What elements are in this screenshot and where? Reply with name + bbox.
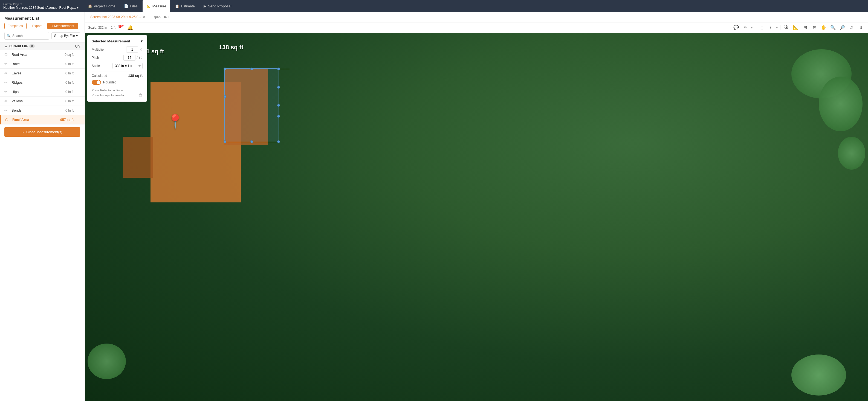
list-item[interactable]: ✏ Eaves 0 In ft ⋮ [0, 69, 85, 78]
pitch-label: Pitch [92, 56, 99, 60]
nav-tab-home[interactable]: 🏠 Project Home [84, 0, 119, 12]
nav-tab-measure[interactable]: 📐 Measure [143, 0, 170, 12]
pitch-input[interactable] [123, 55, 135, 61]
delete-icon[interactable]: 🗑 [138, 93, 143, 98]
nav-tab-proposal[interactable]: ▶ Send Proposal [200, 0, 235, 12]
handle-tl[interactable] [223, 68, 226, 70]
ridges-icon: ✏ [4, 80, 9, 85]
chevron-down-icon[interactable]: ▾ [751, 26, 753, 30]
tool-layers[interactable]: ⊟ [810, 24, 818, 31]
calculated-row: Calculated 138 sq ft [92, 74, 143, 78]
tool-print[interactable]: 🖨 [848, 24, 856, 31]
top-navigation: Current Project Heather Monroe, 1534 Sou… [0, 0, 868, 12]
open-file-button[interactable]: Open File + [149, 14, 173, 21]
list-item[interactable]: ✏ Valleys 0 In ft ⋮ [0, 97, 85, 106]
more-icon[interactable]: ⋮ [76, 98, 80, 104]
calculated-label: Calculated [92, 74, 107, 78]
roof-area-active-icon: ⬡ [5, 118, 10, 122]
search-icon: 🔍 [6, 34, 11, 38]
panel-title: Selected Measurement [92, 39, 130, 43]
main-layout: Measurement List Templates Export + Meas… [0, 12, 868, 401]
section-label: Current File [9, 44, 28, 48]
handle-bl[interactable] [223, 140, 226, 143]
more-icon[interactable]: ⋮ [76, 117, 80, 122]
toolbar-scale: Scale: 332 in = 1 ft 🚩 🔔 [88, 24, 134, 31]
tool-line[interactable]: / [767, 24, 774, 31]
vegetation [792, 355, 846, 396]
tool-image[interactable]: 🖼 [783, 24, 790, 31]
toggle-knob [97, 80, 100, 84]
more-icon[interactable]: ⋮ [76, 52, 80, 57]
multiplier-input[interactable] [126, 46, 138, 53]
left-panel: Measurement List Templates Export + Meas… [0, 12, 85, 401]
list-item[interactable]: ✏ Rake 0 In ft ⋮ [0, 59, 85, 69]
handle-mr-top[interactable] [277, 86, 280, 89]
tool-btn-flag2[interactable]: 🔔 [126, 24, 134, 31]
handle-bm[interactable] [250, 140, 253, 143]
chevron-down-icon[interactable]: ▾ [141, 39, 143, 43]
home-icon: 🏠 [88, 4, 92, 8]
vegetation [819, 76, 863, 131]
tool-grid[interactable]: ⊞ [801, 24, 809, 31]
more-icon[interactable]: ⋮ [76, 80, 80, 85]
close-tab-icon[interactable]: ✕ [143, 15, 146, 19]
list-item[interactable]: ✏ Bends 0 In ft ⋮ [0, 106, 85, 115]
more-icon[interactable]: ⋮ [76, 71, 80, 76]
tool-download[interactable]: ⬇ [857, 24, 865, 31]
add-file-icon[interactable]: + [168, 15, 170, 19]
estimate-icon: 📋 [175, 4, 179, 8]
tool-calibrate[interactable]: 📐 [792, 24, 800, 31]
list-item-active[interactable]: ⬡ Roof Area 957 sq ft ⋮ [0, 115, 85, 125]
tool-zoom-in[interactable]: 🔍 [829, 24, 837, 31]
handle-ml[interactable] [223, 95, 226, 98]
more-icon[interactable]: ⋮ [76, 89, 80, 94]
handle-mr-mid[interactable] [277, 104, 280, 107]
measure-icon: 📐 [146, 4, 151, 8]
list-item[interactable]: ⬡ Roof Area 0 sq ft ⋮ [0, 50, 85, 59]
search-input[interactable] [4, 32, 49, 40]
handle-tm[interactable] [250, 68, 253, 70]
more-icon[interactable]: ⋮ [76, 61, 80, 66]
group-by-selector[interactable]: Group By: File ▾ [52, 32, 80, 39]
scale-select[interactable]: 332 in = 1 ft [113, 63, 143, 69]
measure-label-138: 138 sq ft [219, 44, 243, 51]
valleys-icon: ✏ [4, 99, 9, 103]
file-tab[interactable]: Screenshot 2023-08-29 at 9.25.0... ✕ [87, 13, 149, 21]
tool-zoom-out[interactable]: 🔎 [838, 24, 846, 31]
list-item[interactable]: ✏ Ridges 0 In ft ⋮ [0, 78, 85, 87]
list-item[interactable]: ✏ Hips 0 In ft ⋮ [0, 87, 85, 97]
files-icon: 📄 [124, 4, 128, 8]
toolbar-right: 💬 ✏ ▾ ⬚ / ▾ 🖼 📐 ⊞ ⊟ ✋ 🔍 🔎 🖨 ⬇ [732, 24, 865, 31]
tool-select[interactable]: ⬚ [757, 24, 765, 31]
tool-btn-flag1[interactable]: 🚩 [117, 24, 125, 31]
nav-tab-estimate[interactable]: 📋 Estimate [171, 0, 199, 12]
tool-hand[interactable]: ✋ [820, 24, 828, 31]
templates-button[interactable]: Templates [4, 23, 27, 29]
vegetation [88, 343, 126, 379]
selected-measurement-panel: Selected Measurement ▾ Multiplier ✕ Pitc… [87, 35, 147, 102]
canvas-area: Screenshot 2023-08-29 at 9.25.0... ✕ Ope… [85, 12, 868, 401]
project-label: Current Project [3, 3, 79, 6]
handle-br[interactable] [277, 140, 280, 143]
location-pin: 📍 [167, 113, 184, 129]
collapse-icon[interactable]: ▲ [4, 44, 8, 48]
nav-tab-files[interactable]: 📄 Files [120, 0, 141, 12]
tool-pen[interactable]: ✏ [742, 24, 749, 31]
selected-polygon [224, 68, 279, 142]
project-info: Current Project Heather Monroe, 1534 Sou… [3, 3, 79, 9]
panel-title: Measurement List [0, 12, 85, 23]
chevron-down-icon[interactable]: ▾ [776, 26, 778, 30]
separator [780, 25, 780, 30]
more-icon[interactable]: ⋮ [76, 108, 80, 113]
tab-bar: Screenshot 2023-08-29 at 9.25.0... ✕ Ope… [85, 12, 868, 23]
tool-comment[interactable]: 💬 [732, 24, 740, 31]
rake-icon: ✏ [4, 62, 9, 66]
add-measurement-button[interactable]: + Measurement [47, 23, 78, 29]
handle-mr-bot[interactable] [277, 115, 280, 118]
close-measurement-button[interactable]: ✓ Close Measurement(s) [4, 127, 80, 137]
export-button[interactable]: Export [29, 23, 45, 29]
clear-icon[interactable]: ✕ [139, 47, 143, 52]
rounded-toggle[interactable] [92, 80, 101, 85]
scale-row: Scale 332 in = 1 ft [92, 63, 143, 69]
map-canvas[interactable]: 📍 771 sq ft 138 sq ft 48 sq ft Selected … [85, 33, 868, 401]
